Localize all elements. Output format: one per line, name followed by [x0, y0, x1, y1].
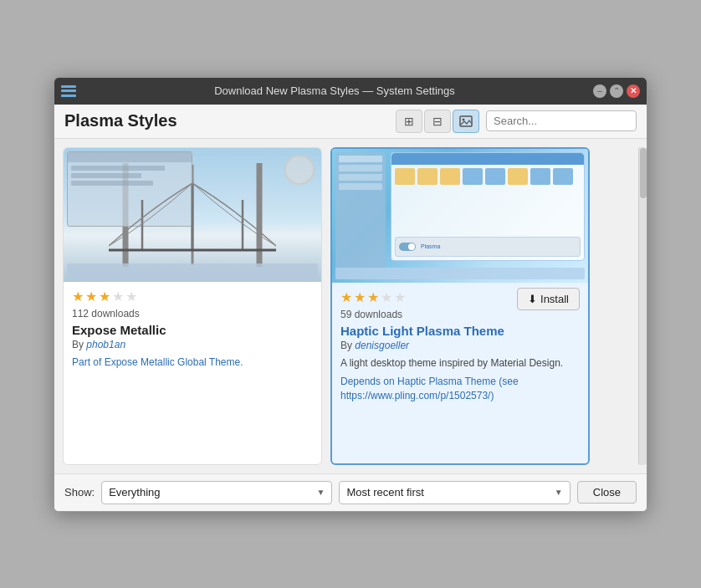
card-top-haptic: ★ ★ ★ ★ ★ 59 downloads ⬇ Install — [340, 289, 580, 324]
filter-dropdown[interactable]: Everything ▼ — [101, 481, 332, 504]
cards-grid: ★ ★ ★ ★ ★ 112 downloads Expose Metallic … — [63, 147, 638, 465]
window-controls: – ⌃ ✕ — [593, 84, 640, 98]
rating-stars-expose: ★ ★ ★ ★ ★ — [72, 289, 313, 304]
card-author-haptic: By denisgoeller — [340, 340, 580, 351]
card-name-haptic: Haptic Light Plasma Theme — [340, 324, 580, 338]
star-4: ★ — [112, 289, 124, 304]
card-note-haptic: Depends on Haptic Plasma Theme (see http… — [340, 375, 580, 403]
content-area: ★ ★ ★ ★ ★ 112 downloads Expose Metallic … — [54, 139, 647, 473]
close-window-button[interactable]: ✕ — [627, 84, 640, 98]
download-icon: ⬇ — [528, 293, 537, 305]
install-label: Install — [540, 293, 569, 305]
card-meta-haptic: ★ ★ ★ ★ ★ 59 downloads — [340, 289, 406, 324]
view-mode-buttons: ⊞ ⊟ — [396, 110, 479, 133]
card-note-expose: Part of Expose Metallic Global Theme. — [72, 355, 313, 370]
scrollbar[interactable] — [638, 147, 647, 465]
card-image-expose — [64, 148, 321, 282]
window-content — [391, 165, 584, 188]
card-author-expose: By phob1an — [72, 339, 313, 350]
star-1: ★ — [72, 289, 84, 304]
sort-dropdown[interactable]: Most recent first ▼ — [339, 481, 570, 504]
grid-view-button[interactable]: ⊟ — [424, 110, 451, 133]
main-window: Download New Plasma Styles — System Sett… — [54, 77, 647, 512]
author-link-haptic[interactable]: denisgoeller — [355, 340, 409, 351]
svg-point-1 — [463, 118, 465, 120]
preview-icon — [459, 115, 473, 127]
card-haptic-light[interactable]: Plasma ★ ★ ★ — [330, 147, 590, 465]
minimize-button[interactable]: – — [593, 84, 606, 98]
window-decoration: Plasma — [391, 152, 585, 261]
star-2: ★ — [85, 289, 97, 304]
preview-view-button[interactable] — [453, 110, 479, 133]
app-icon — [61, 85, 76, 97]
window-title: Download New Plasma Styles — System Sett… — [76, 84, 593, 97]
star-3: ★ — [99, 289, 110, 304]
rating-stars-haptic: ★ ★ ★ ★ ★ — [340, 289, 406, 305]
author-link-expose[interactable]: phob1an — [86, 339, 125, 350]
list-view-button[interactable]: ⊞ — [396, 110, 422, 133]
card-expose-metallic[interactable]: ★ ★ ★ ★ ★ 112 downloads Expose Metallic … — [63, 147, 322, 465]
chevron-down-icon: ▼ — [317, 488, 325, 497]
taskbar-decoration — [335, 152, 386, 269]
toolbar: Plasma Styles ⊞ ⊟ — [54, 105, 647, 139]
sort-selected: Most recent first — [346, 486, 423, 499]
star-5: ★ — [394, 289, 406, 305]
card-body-haptic: ★ ★ ★ ★ ★ 59 downloads ⬇ Install — [332, 283, 588, 410]
page-title: Plasma Styles — [64, 111, 389, 130]
expose-preview — [64, 148, 321, 282]
bridge-svg — [109, 183, 276, 267]
panel-decoration-haptic — [335, 268, 585, 279]
clock-decoration — [284, 155, 315, 185]
maximize-button[interactable]: ⌃ — [610, 84, 623, 98]
scrollbar-thumb[interactable] — [640, 148, 647, 198]
star-3: ★ — [367, 289, 379, 305]
chevron-down-icon: ▼ — [555, 488, 563, 497]
star-2: ★ — [354, 289, 366, 305]
star-5: ★ — [125, 289, 137, 304]
downloads-expose: 112 downloads — [72, 308, 313, 320]
search-input[interactable] — [486, 110, 637, 131]
card-image-haptic: Plasma — [332, 149, 588, 283]
card-name-expose: Expose Metallic — [72, 323, 313, 337]
haptic-preview: Plasma — [332, 149, 588, 283]
downloads-haptic: 59 downloads — [340, 309, 406, 320]
card-desc-haptic: A light desktop theme inspired by Materi… — [340, 356, 580, 371]
show-label: Show: — [64, 486, 95, 499]
star-4: ★ — [381, 289, 392, 305]
card-body-expose: ★ ★ ★ ★ ★ 112 downloads Expose Metallic … — [64, 282, 321, 376]
footer: Show: Everything ▼ Most recent first ▼ C… — [54, 473, 647, 511]
install-button[interactable]: ⬇ Install — [517, 288, 580, 310]
titlebar: Download New Plasma Styles — System Sett… — [54, 78, 647, 105]
star-1: ★ — [340, 289, 352, 305]
filter-selected: Everything — [109, 486, 160, 499]
close-button[interactable]: Close — [577, 481, 637, 504]
